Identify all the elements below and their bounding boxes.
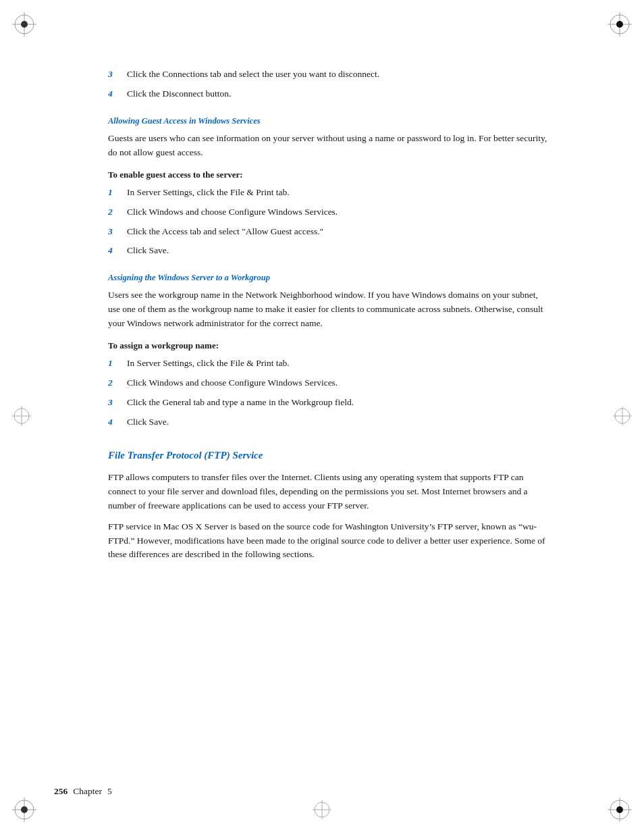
svg-point-3 bbox=[21, 21, 28, 28]
svg-point-7 bbox=[616, 21, 623, 28]
ftp-body-2: FTP service in Mac OS X Server is based … bbox=[108, 520, 549, 563]
workgroup-step-num-4: 4 bbox=[108, 415, 122, 429]
allowing-step-num-1: 1 bbox=[108, 186, 122, 200]
step-text-3a: Click the Connections tab and select the… bbox=[127, 68, 549, 82]
section-heading-allowing-guest: Allowing Guest Access in Windows Service… bbox=[108, 116, 549, 126]
side-mark-left bbox=[12, 407, 31, 428]
workgroup-step-num-2: 2 bbox=[108, 376, 122, 390]
corner-mark-bottom-right bbox=[608, 798, 632, 822]
workgroup-step-text-2: Click Windows and choose Configure Windo… bbox=[127, 376, 549, 390]
allowing-guest-body: Guests are users who can see information… bbox=[108, 132, 549, 160]
top-steps: 3 Click the Connections tab and select t… bbox=[108, 68, 549, 101]
workgroup-step-num-3: 3 bbox=[108, 396, 122, 410]
page-number: 256 bbox=[54, 786, 68, 797]
page: 3 Click the Connections tab and select t… bbox=[0, 0, 644, 834]
center-bottom-mark bbox=[313, 800, 331, 822]
allowing-step-text-1: In Server Settings, click the File & Pri… bbox=[127, 186, 549, 200]
enable-guest-heading: To enable guest access to the server: bbox=[108, 170, 549, 180]
allowing-step-4: 4 Click Save. bbox=[108, 244, 549, 258]
corner-mark-top-left bbox=[12, 12, 36, 36]
footer-chapter-label: Chapter bbox=[73, 786, 102, 797]
step-3-disconnect-tab: 3 Click the Connections tab and select t… bbox=[108, 68, 549, 82]
allowing-step-3: 3 Click the Access tab and select "Allow… bbox=[108, 225, 549, 239]
section-heading-workgroup: Assigning the Windows Server to a Workgr… bbox=[108, 273, 549, 283]
workgroup-step-2: 2 Click Windows and choose Configure Win… bbox=[108, 376, 549, 390]
section-workgroup: Assigning the Windows Server to a Workgr… bbox=[108, 273, 549, 429]
allowing-step-num-4: 4 bbox=[108, 244, 122, 258]
allowing-step-text-3: Click the Access tab and select "Allow G… bbox=[127, 225, 549, 239]
footer-chapter-number: 5 bbox=[107, 786, 112, 797]
step-number-4a: 4 bbox=[108, 87, 122, 101]
allowing-step-text-4: Click Save. bbox=[127, 244, 549, 258]
workgroup-step-1: 1 In Server Settings, click the File & P… bbox=[108, 357, 549, 371]
allowing-step-num-3: 3 bbox=[108, 225, 122, 239]
ftp-body-1: FTP allows computers to transfer files o… bbox=[108, 471, 549, 513]
allowing-step-1: 1 In Server Settings, click the File & P… bbox=[108, 186, 549, 200]
section-allowing-guest: Allowing Guest Access in Windows Service… bbox=[108, 116, 549, 259]
workgroup-step-text-4: Click Save. bbox=[127, 415, 549, 429]
assign-workgroup-heading: To assign a workgroup name: bbox=[108, 340, 549, 351]
workgroup-step-3: 3 Click the General tab and type a name … bbox=[108, 396, 549, 410]
workgroup-step-num-1: 1 bbox=[108, 357, 122, 371]
svg-point-11 bbox=[21, 806, 28, 813]
step-text-4a: Click the Disconnect button. bbox=[127, 87, 549, 101]
allowing-step-2: 2 Click Windows and choose Configure Win… bbox=[108, 205, 549, 219]
workgroup-steps: 1 In Server Settings, click the File & P… bbox=[108, 357, 549, 429]
side-mark-right bbox=[613, 407, 632, 428]
workgroup-body: Users see the workgroup name in the Netw… bbox=[108, 288, 549, 331]
corner-mark-top-right bbox=[608, 12, 632, 36]
workgroup-step-4: 4 Click Save. bbox=[108, 415, 549, 429]
step-number-3a: 3 bbox=[108, 68, 122, 82]
ftp-major-heading: File Transfer Protocol (FTP) Service bbox=[108, 450, 549, 461]
corner-mark-bottom-left bbox=[12, 798, 36, 822]
allowing-step-num-2: 2 bbox=[108, 205, 122, 219]
svg-point-15 bbox=[616, 806, 623, 813]
workgroup-step-text-3: Click the General tab and type a name in… bbox=[127, 396, 549, 410]
allowing-guest-steps: 1 In Server Settings, click the File & P… bbox=[108, 186, 549, 259]
page-footer: 256 Chapter 5 bbox=[54, 786, 112, 797]
workgroup-step-text-1: In Server Settings, click the File & Pri… bbox=[127, 357, 549, 371]
step-4-disconnect-button: 4 Click the Disconnect button. bbox=[108, 87, 549, 101]
content-area: 3 Click the Connections tab and select t… bbox=[108, 41, 549, 562]
section-ftp: File Transfer Protocol (FTP) Service FTP… bbox=[108, 450, 549, 563]
allowing-step-text-2: Click Windows and choose Configure Windo… bbox=[127, 205, 549, 219]
